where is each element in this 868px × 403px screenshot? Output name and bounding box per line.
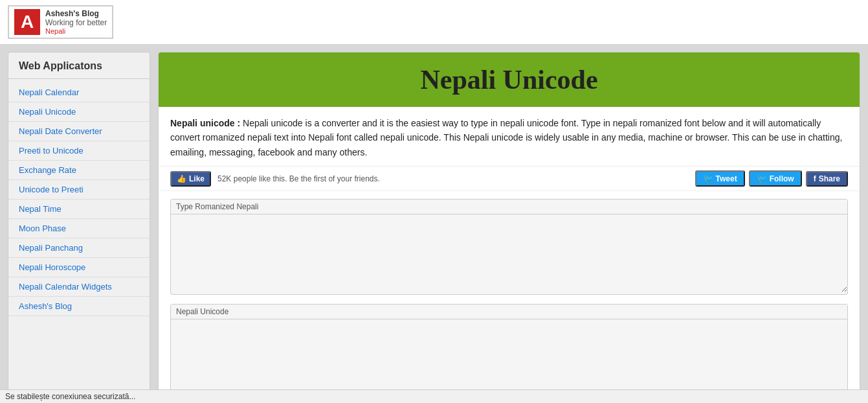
- romanized-input-box: Type Romanized Nepali: [170, 199, 848, 295]
- unicode-legend: Nepali Unicode: [171, 305, 847, 319]
- header: A Ashesh's Blog Working for better Nepal…: [0, 0, 868, 44]
- logo-subtitle: Working for better: [45, 18, 107, 27]
- sidebar-item-nepali-date-converter[interactable]: Nepali Date Converter: [8, 122, 150, 141]
- follow-label: Follow: [770, 174, 794, 183]
- twitter-icon-follow: 🐦: [757, 174, 767, 183]
- sidebar-item-nepali-horoscope[interactable]: Nepali Horoscope: [8, 258, 150, 277]
- content-banner: Nepali Unicode: [159, 52, 860, 107]
- logo-nepali: Nepali: [45, 27, 107, 35]
- description-bold: Nepali unicode :: [170, 118, 240, 128]
- input-section: Type Romanized Nepali Nepali Unicode: [159, 191, 860, 403]
- logo-box[interactable]: A Ashesh's Blog Working for better Nepal…: [8, 5, 113, 39]
- facebook-like-button[interactable]: 👍 Like: [170, 171, 211, 187]
- sidebar-item-asheshs-blog[interactable]: Ashesh's Blog: [8, 297, 150, 316]
- statusbar-text: Se stabilește conexiunea securizată...: [5, 392, 135, 401]
- sidebar-item-nepali-calendar-widgets[interactable]: Nepali Calendar Widgets: [8, 277, 150, 297]
- content-area: Nepali Unicode Nepali unicode : Nepali u…: [158, 52, 860, 403]
- twitter-icon-tweet: 🐦: [703, 174, 713, 183]
- sidebar-item-nepali-unicode[interactable]: Nepali Unicode: [8, 102, 150, 122]
- sidebar-item-nepal-time[interactable]: Nepal Time: [8, 200, 150, 219]
- description-text: Nepali unicode is a converter and it is …: [170, 118, 842, 157]
- social-bar: 👍 Like 52K people like this. Be the firs…: [159, 166, 860, 191]
- sidebar-item-unicode-to-preeti[interactable]: Unicode to Preeti: [8, 180, 150, 200]
- statusbar: Se stabilește conexiunea securizată...: [0, 389, 868, 403]
- sidebar-item-moon-phase[interactable]: Moon Phase: [8, 219, 150, 238]
- twitter-tweet-button[interactable]: 🐦 Tweet: [695, 170, 745, 187]
- tweet-label: Tweet: [716, 174, 737, 183]
- fb-like-count: 52K people like this. Be the first of yo…: [217, 174, 380, 183]
- facebook-share-button[interactable]: f Share: [806, 171, 848, 187]
- share-label: Share: [819, 174, 840, 183]
- fb-icon-share: f: [814, 174, 816, 183]
- main-layout: Web Applicatons Nepali CalendarNepali Un…: [0, 44, 868, 403]
- page-title: Nepali Unicode: [172, 64, 847, 95]
- sidebar-item-nepali-calendar[interactable]: Nepali Calendar: [8, 83, 150, 102]
- unicode-textarea[interactable]: [171, 319, 847, 397]
- fb-thumb-icon: 👍: [177, 174, 186, 183]
- sidebar: Web Applicatons Nepali CalendarNepali Un…: [8, 52, 150, 403]
- logo-title: Ashesh's Blog: [45, 9, 107, 18]
- sidebar-item-exchange-rate[interactable]: Exchange Rate: [8, 161, 150, 180]
- sidebar-item-nepali-panchang[interactable]: Nepali Panchang: [8, 238, 150, 258]
- logo-text-block: Ashesh's Blog Working for better Nepali: [45, 9, 107, 35]
- sidebar-item-preeti-to-unicode[interactable]: Preeti to Unicode: [8, 141, 150, 161]
- twitter-follow-button[interactable]: 🐦 Follow: [749, 170, 802, 187]
- content-description: Nepali unicode : Nepali unicode is a con…: [159, 107, 860, 166]
- logo-letter: A: [14, 9, 40, 35]
- romanized-legend: Type Romanized Nepali: [171, 200, 847, 214]
- romanized-textarea[interactable]: [171, 214, 847, 292]
- sidebar-heading: Web Applicatons: [8, 60, 150, 79]
- unicode-output-box: Nepali Unicode: [170, 304, 848, 400]
- fb-like-label: Like: [189, 174, 205, 183]
- sidebar-items-container: Nepali CalendarNepali UnicodeNepali Date…: [8, 83, 150, 316]
